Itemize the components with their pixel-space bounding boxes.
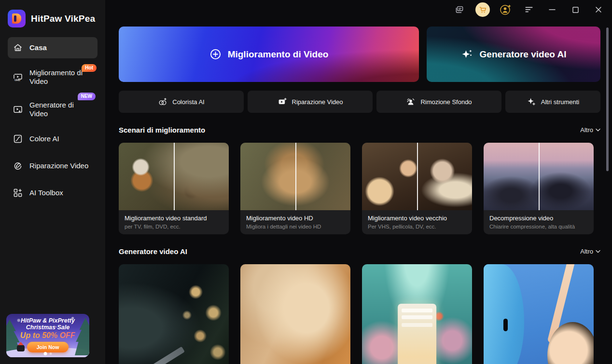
tool-altri-strumenti[interactable]: Altri strumenti <box>505 91 600 113</box>
promo-discount: Up to 50% OFF <box>6 331 89 340</box>
promo-line2: Christmas Sale <box>6 324 89 331</box>
card-subtitle: Chiarire compressione, alta qualità <box>489 224 588 229</box>
more-generator-button[interactable]: Altro <box>580 248 600 255</box>
minimize-button[interactable] <box>541 0 564 19</box>
pencil-repair-icon <box>13 161 23 171</box>
tool-riparazione-video[interactable]: Riparazione Video <box>248 91 373 113</box>
menu-lines-icon <box>524 5 534 14</box>
app-logo-row: HitPaw VikPea <box>0 0 105 35</box>
shopping-cart-icon <box>479 6 487 14</box>
before-after-divider <box>174 143 175 210</box>
more-label: Altro <box>580 126 593 134</box>
app-logo-icon <box>8 10 26 27</box>
minimize-icon <box>548 6 556 13</box>
video-enhance-banner[interactable]: Miglioramento di Video <box>119 27 419 82</box>
card-lion-video[interactable] <box>240 264 350 364</box>
sidebar-item-ai-toolbox[interactable]: AI Toolbox <box>8 182 97 203</box>
promo-pagination[interactable] <box>44 352 52 355</box>
scrollbar-thumb[interactable] <box>606 27 609 171</box>
santa-cat-illustration <box>17 345 25 351</box>
banner-row: Miglioramento di Video Generatore video … <box>119 27 600 82</box>
magic-sparkle-icon <box>527 97 536 107</box>
sidebar-item-label: Colore AI <box>29 135 59 143</box>
feedback-button[interactable] <box>448 0 471 19</box>
menu-button[interactable] <box>517 0 541 19</box>
thumbnail-monkey <box>240 143 350 210</box>
quick-tools-row: Colorista AI Riparazione Video Rimozione… <box>119 91 600 113</box>
card-old-video-enhance[interactable]: Miglioramento video vecchio Per VHS, pel… <box>362 143 472 234</box>
card-knight-video[interactable] <box>119 264 229 364</box>
ai-generator-banner[interactable]: Generatore video AI <box>427 27 600 82</box>
app-title: HitPaw VikPea <box>31 13 95 24</box>
sidebar-item-label: Riparazione Video <box>29 162 88 170</box>
person-background-icon <box>406 97 416 107</box>
user-star-icon <box>500 4 512 15</box>
chat-bubbles-icon <box>455 5 464 14</box>
sidebar-item-color-ai[interactable]: Colore AI <box>8 128 97 149</box>
banner-label: Generatore video AI <box>480 49 567 60</box>
sidebar: HitPaw VikPea Casa UHD Miglioramento di … <box>0 0 105 364</box>
sidebar-item-home[interactable]: Casa <box>8 37 97 58</box>
generator-cards-row <box>119 264 600 364</box>
card-subtitle: per TV, film, DVD, ecc. <box>125 224 223 229</box>
card-standard-enhance[interactable]: Miglioramento video standard per TV, fil… <box>119 143 229 234</box>
color-circles-icon <box>158 97 167 107</box>
before-after-divider <box>539 143 540 210</box>
card-caption: Miglioramento video vecchio Per VHS, pel… <box>362 210 472 234</box>
thumbnail-seascape <box>484 143 594 210</box>
phone-booth-illustration <box>398 304 436 364</box>
more-label: Altro <box>580 248 593 255</box>
dot-inactive[interactable] <box>50 352 52 355</box>
sidebar-item-video-generator[interactable]: Generatore di Video NEW <box>8 96 97 123</box>
surfboard-handle <box>503 319 508 331</box>
before-after-divider <box>295 143 296 210</box>
tool-label: Rimozione Sfondo <box>420 98 472 106</box>
card-title: Miglioramento video vecchio <box>368 215 466 222</box>
svg-text:UHD: UHD <box>14 79 20 81</box>
card-title: Miglioramento video HD <box>246 215 345 222</box>
tool-label: Riparazione Video <box>292 98 343 106</box>
sidebar-item-video-enhance[interactable]: UHD Miglioramento di Video Hot <box>8 64 97 91</box>
promo-line1: HitPaw & PixPretty <box>6 317 89 324</box>
card-subtitle: Migliora i dettagli nei video HD <box>246 224 345 229</box>
more-scenarios-button[interactable]: Altro <box>580 126 600 134</box>
account-button[interactable] <box>494 0 517 19</box>
card-caption: Decompressione video Chiarire compressio… <box>484 210 594 234</box>
close-button[interactable] <box>587 0 610 19</box>
tool-colorista-ai[interactable]: Colorista AI <box>119 91 244 113</box>
card-decompression[interactable]: Decompressione video Chiarire compressio… <box>484 143 594 234</box>
tool-rimozione-sfondo[interactable]: Rimozione Sfondo <box>376 91 501 113</box>
sidebar-item-label: Casa <box>29 43 47 52</box>
titlebar <box>105 0 612 19</box>
thumbnail-woman-reading <box>119 143 229 210</box>
maximize-icon <box>572 6 579 13</box>
section-title: Scenari di miglioramento <box>119 126 205 134</box>
toolbox-grid-icon <box>13 188 23 198</box>
dot-active[interactable] <box>44 352 47 355</box>
tool-label: Altri strumenti <box>541 98 579 106</box>
join-now-button[interactable]: Join Now <box>27 342 69 352</box>
new-badge: NEW <box>78 93 96 100</box>
before-after-divider <box>417 143 418 210</box>
home-icon <box>13 42 23 53</box>
card-caption: Miglioramento video HD Migliora i dettag… <box>240 210 350 234</box>
sidebar-nav: Casa UHD Miglioramento di Video Hot Gene… <box>0 35 105 203</box>
card-phone-booth-video[interactable] <box>362 264 472 364</box>
thumbnail-family <box>362 143 472 210</box>
maximize-button[interactable] <box>564 0 587 19</box>
video-plus-icon <box>278 97 287 107</box>
main-area: Miglioramento di Video Generatore video … <box>105 0 612 364</box>
christmas-sale-banner[interactable]: HitPaw & PixPretty Christmas Sale Up to … <box>6 314 89 357</box>
section-title: Generatore video AI <box>119 247 187 256</box>
section-head-scenarios: Scenari di miglioramento Altro <box>119 126 600 134</box>
store-button[interactable] <box>471 0 494 19</box>
card-caption: Miglioramento video standard per TV, fil… <box>119 210 229 234</box>
sidebar-item-label: Generatore di Video <box>29 101 93 119</box>
card-surfer-video[interactable] <box>484 264 594 364</box>
video-sparkle-icon <box>13 104 23 115</box>
sidebar-item-video-repair[interactable]: Riparazione Video <box>8 155 97 176</box>
cart-circle <box>475 2 490 17</box>
card-title: Decompressione video <box>489 215 588 222</box>
section-head-generator: Generatore video AI Altro <box>119 247 600 256</box>
card-hd-enhance[interactable]: Miglioramento video HD Migliora i dettag… <box>240 143 350 234</box>
